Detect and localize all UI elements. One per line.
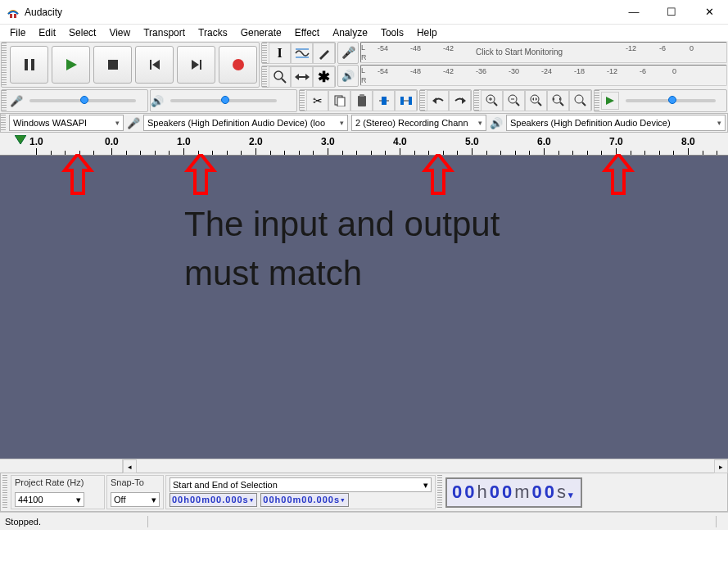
timeline-ruler[interactable]: 1.00.01.02.03.04.05.06.07.08.0 (0, 133, 728, 156)
menu-select[interactable]: Select (62, 25, 102, 40)
meter-left-label: L (361, 43, 367, 52)
meter-right-label: R (361, 75, 367, 85)
undo-toolbar (419, 89, 472, 111)
annotation-arrow (184, 154, 217, 197)
meter-tick: 0 (672, 67, 676, 75)
svg-rect-26 (409, 97, 412, 105)
meter-tick: -48 (410, 67, 421, 75)
playback-meter[interactable]: LR -54 -48 -42 -36 -30 -24 -18 -12 -6 0 (360, 65, 727, 86)
audio-host-combo[interactable]: Windows WASAPI▾ (9, 115, 124, 131)
selection-mode-combo[interactable]: Start and End of Selection▾ (170, 477, 432, 492)
svg-marker-29 (462, 97, 466, 104)
annotation-text-2: must match (184, 254, 362, 293)
svg-marker-52 (605, 154, 631, 193)
selection-end-time[interactable]: 00h00m00.000s▾ (260, 493, 348, 507)
zoom-out-button[interactable] (503, 90, 525, 111)
microphone-icon[interactable]: 🎤 (341, 46, 355, 59)
audio-position-time[interactable]: 00h00m00s▾ (445, 477, 582, 508)
silence-button[interactable] (395, 90, 417, 111)
ruler-tick: 5.0 (465, 136, 479, 147)
pause-button[interactable] (10, 46, 48, 84)
draw-tool[interactable] (313, 43, 335, 64)
menu-analyze[interactable]: Analyze (326, 25, 374, 40)
tools-toolbar: I (261, 42, 336, 64)
svg-marker-48 (15, 135, 26, 144)
scroll-left-button[interactable]: ◂ (123, 459, 137, 473)
meter-left-label: L (361, 66, 367, 75)
play-meter-icon-box: 🔊 (337, 65, 359, 87)
stop-button[interactable] (93, 46, 132, 84)
svg-marker-40 (536, 97, 537, 101)
meter-tick: -42 (443, 67, 454, 75)
trim-button[interactable] (373, 90, 395, 111)
paste-button[interactable] (350, 90, 373, 111)
annotation-text-1: The input and output (184, 205, 500, 244)
fit-selection-button[interactable] (525, 90, 547, 111)
redo-button[interactable] (449, 90, 471, 111)
zoom-toolbar (473, 89, 592, 111)
playhead-icon[interactable] (15, 135, 26, 145)
skip-end-button[interactable] (177, 46, 215, 84)
zoom-toggle-button[interactable] (569, 90, 591, 111)
record-meter[interactable]: LR -54 -48 -42 Click to Start Monitoring… (360, 42, 727, 63)
skip-start-button[interactable] (135, 46, 174, 84)
copy-button[interactable] (328, 90, 350, 111)
minimize-button[interactable]: — (615, 0, 653, 25)
envelope-tool[interactable] (291, 43, 313, 64)
menu-generate[interactable]: Generate (234, 25, 288, 40)
recording-channels-combo[interactable]: 2 (Stereo) Recording Chann▾ (351, 115, 486, 131)
snap-combo[interactable]: Off▾ (111, 492, 160, 507)
selection-tool[interactable]: I (269, 43, 291, 64)
svg-line-33 (494, 102, 497, 106)
recording-volume: 🎤 (1, 89, 148, 112)
multi-tool[interactable]: ✱ (313, 66, 335, 88)
menu-view[interactable]: View (102, 25, 137, 40)
fit-project-button[interactable] (547, 90, 569, 111)
meter-prompt: Click to Start Monitoring (476, 47, 563, 57)
close-button[interactable]: ✕ (690, 0, 728, 25)
menu-tools[interactable]: Tools (374, 25, 410, 40)
menu-help[interactable]: Help (410, 25, 444, 40)
zoom-in-button[interactable] (481, 90, 503, 111)
recording-device-combo[interactable]: Speakers (High Definition Audio Device) … (143, 115, 348, 131)
recording-volume-slider[interactable] (29, 99, 136, 102)
scroll-right-button[interactable]: ▸ (714, 459, 728, 473)
menu-transport[interactable]: Transport (137, 25, 192, 40)
menu-tracks[interactable]: Tracks (192, 25, 234, 40)
annotation-arrow (602, 154, 635, 197)
project-rate-combo[interactable]: 44100▾ (15, 492, 84, 507)
record-meter-icon-box: 🎤 (337, 42, 359, 64)
svg-rect-5 (108, 60, 118, 70)
meter-tick: -48 (410, 44, 421, 52)
svg-marker-50 (188, 154, 214, 193)
selection-toolbar: Project Rate (Hz) 44100▾ Snap-To Off▾ St… (0, 473, 728, 512)
cut-button[interactable]: ✂ (306, 90, 328, 111)
menu-effect[interactable]: Effect (288, 25, 326, 40)
zoom-tool[interactable] (269, 66, 291, 88)
horizontal-scrollbar[interactable]: ◂ ▸ (0, 459, 728, 473)
speaker-icon[interactable]: 🔊 (341, 70, 355, 82)
menu-edit[interactable]: Edit (32, 25, 62, 40)
svg-line-36 (516, 102, 519, 106)
tracks-area[interactable]: The input and output must match (0, 156, 728, 459)
timeshift-tool[interactable] (291, 66, 313, 88)
svg-rect-22 (382, 97, 387, 105)
playback-speed-slider[interactable] (626, 99, 716, 102)
app-icon (7, 6, 20, 19)
maximize-button[interactable]: ☐ (653, 0, 690, 25)
playback-volume-slider[interactable] (170, 99, 277, 102)
play-button[interactable] (52, 46, 90, 84)
selection-start-time[interactable]: 00h00m00.000s▾ (170, 493, 257, 507)
svg-point-45 (575, 95, 583, 103)
playback-device-combo[interactable]: Speakers (High Definition Audio Device)▾ (506, 115, 726, 131)
meter-tick: -18 (574, 67, 585, 75)
svg-rect-20 (358, 96, 366, 106)
undo-button[interactable] (427, 90, 449, 111)
menu-file[interactable]: File (3, 25, 32, 40)
device-toolbar: Windows WASAPI▾ 🎤 Speakers (High Definit… (0, 113, 728, 133)
project-rate-label: Project Rate (Hz) (15, 477, 101, 487)
play-at-speed-button[interactable] (601, 92, 619, 110)
svg-line-42 (560, 102, 563, 106)
record-button[interactable] (219, 46, 257, 84)
meter-tick: -12 (607, 67, 617, 75)
